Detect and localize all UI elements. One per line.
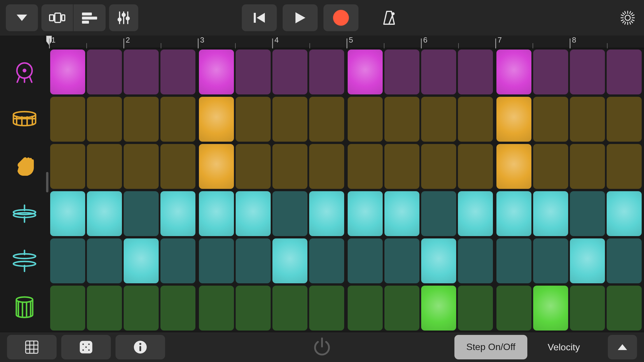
step-cell[interactable] [348, 97, 383, 142]
step-cell[interactable] [496, 191, 531, 236]
step-cell[interactable] [421, 97, 456, 142]
mode-velocity-button[interactable]: Velocity [527, 335, 600, 359]
view-tracks-button[interactable] [74, 4, 106, 31]
step-cell[interactable] [50, 191, 85, 236]
step-cell[interactable] [236, 50, 271, 94]
step-cell[interactable] [570, 97, 605, 142]
step-cell[interactable] [421, 191, 456, 236]
step-cell[interactable] [124, 144, 159, 189]
step-cell[interactable] [348, 50, 383, 94]
step-cell[interactable] [496, 97, 531, 142]
step-cell[interactable] [87, 97, 122, 142]
step-cell[interactable] [199, 191, 234, 236]
step-cell[interactable] [458, 97, 493, 142]
step-cell[interactable] [458, 50, 493, 94]
track-clap-button[interactable] [0, 143, 49, 190]
step-cell[interactable] [607, 50, 642, 94]
step-cell[interactable] [458, 191, 493, 236]
track-tom-button[interactable] [0, 284, 49, 332]
track-hihat-open-button[interactable] [0, 237, 49, 284]
step-cell[interactable] [384, 50, 419, 94]
step-cell[interactable] [160, 50, 195, 94]
step-cell[interactable] [309, 286, 344, 331]
track-controls-button[interactable] [109, 4, 138, 31]
step-cell[interactable] [496, 286, 531, 331]
step-cell[interactable] [496, 144, 531, 189]
step-cell[interactable] [421, 286, 456, 331]
step-cell[interactable] [236, 97, 271, 142]
step-cell[interactable] [124, 286, 159, 331]
step-cell[interactable] [348, 238, 383, 283]
step-cell[interactable] [384, 191, 419, 236]
step-cell[interactable] [236, 144, 271, 189]
step-cell[interactable] [199, 144, 234, 189]
step-cell[interactable] [309, 238, 344, 283]
step-cell[interactable] [236, 286, 271, 331]
step-cell[interactable] [533, 286, 568, 331]
record-button[interactable] [323, 4, 358, 31]
step-cell[interactable] [160, 144, 195, 189]
step-cell[interactable] [496, 238, 531, 283]
track-hihat-closed-button[interactable] [0, 190, 49, 237]
step-cell[interactable] [87, 191, 122, 236]
step-cell[interactable] [124, 50, 159, 94]
step-cell[interactable] [50, 286, 85, 331]
step-cell[interactable] [570, 191, 605, 236]
step-cell[interactable] [607, 191, 642, 236]
expand-button[interactable] [608, 335, 637, 359]
step-cell[interactable] [607, 238, 642, 283]
step-cell[interactable] [607, 97, 642, 142]
step-cell[interactable] [272, 286, 307, 331]
step-cell[interactable] [384, 144, 419, 189]
step-cell[interactable] [309, 50, 344, 94]
step-cell[interactable] [272, 144, 307, 189]
mode-step-onoff-button[interactable]: Step On/Off [454, 335, 527, 359]
step-cell[interactable] [272, 50, 307, 94]
step-cell[interactable] [50, 50, 85, 94]
step-cell[interactable] [87, 144, 122, 189]
step-cell[interactable] [50, 238, 85, 283]
step-cell[interactable] [421, 144, 456, 189]
step-cell[interactable] [236, 238, 271, 283]
step-cell[interactable] [533, 238, 568, 283]
instrument-browser-button[interactable] [6, 4, 38, 31]
info-button[interactable] [116, 335, 165, 359]
step-cell[interactable] [607, 286, 642, 331]
step-cell[interactable] [236, 191, 271, 236]
step-cell[interactable] [348, 191, 383, 236]
step-cell[interactable] [309, 97, 344, 142]
step-cell[interactable] [533, 97, 568, 142]
step-cell[interactable] [309, 144, 344, 189]
step-cell[interactable] [570, 144, 605, 189]
step-cell[interactable] [348, 144, 383, 189]
step-cell[interactable] [533, 191, 568, 236]
step-cell[interactable] [124, 191, 159, 236]
step-cell[interactable] [50, 144, 85, 189]
play-button[interactable] [283, 4, 318, 31]
step-cell[interactable] [272, 238, 307, 283]
step-cell[interactable] [272, 97, 307, 142]
step-cell[interactable] [348, 286, 383, 331]
step-cell[interactable] [533, 50, 568, 94]
step-cell[interactable] [199, 97, 234, 142]
step-cell[interactable] [421, 238, 456, 283]
step-cell[interactable] [50, 97, 85, 142]
step-cell[interactable] [384, 286, 419, 331]
metronome-button[interactable] [376, 4, 402, 31]
step-cell[interactable] [607, 144, 642, 189]
step-cell[interactable] [533, 144, 568, 189]
step-cell[interactable] [87, 286, 122, 331]
pattern-grid-button[interactable] [7, 335, 57, 359]
step-cell[interactable] [570, 50, 605, 94]
step-cell[interactable] [458, 238, 493, 283]
timeline-ruler[interactable]: 123456789 + [49, 36, 644, 48]
step-cell[interactable] [124, 238, 159, 283]
step-cell[interactable] [458, 144, 493, 189]
step-cell[interactable] [272, 191, 307, 236]
step-cell[interactable] [570, 238, 605, 283]
step-cell[interactable] [124, 97, 159, 142]
step-cell[interactable] [421, 50, 456, 94]
go-to-beginning-button[interactable] [242, 4, 277, 31]
track-kick-button[interactable] [0, 48, 49, 96]
step-cell[interactable] [309, 191, 344, 236]
